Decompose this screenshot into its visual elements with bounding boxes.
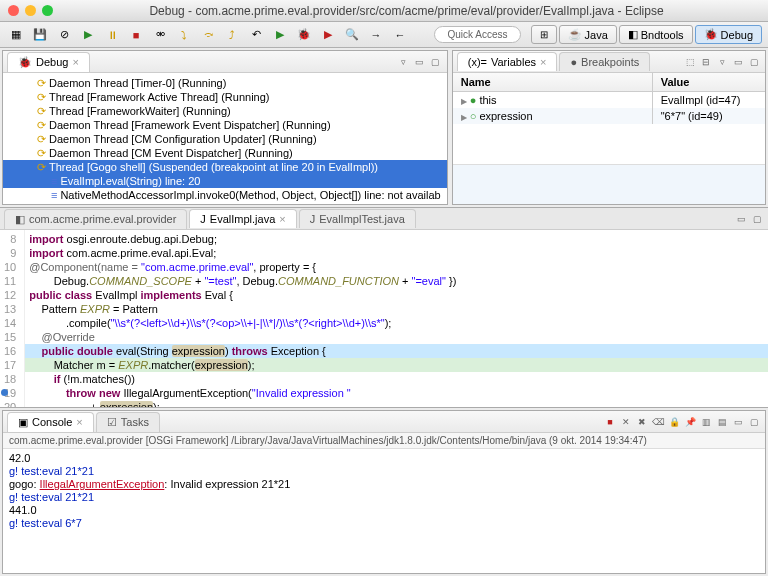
tree-label: Thread [Framework Active Thread] (Runnin…: [49, 90, 270, 104]
java-icon: ☕: [568, 28, 582, 41]
variable-row[interactable]: ▶●thisEvalImpl (id=47): [453, 92, 765, 108]
tree-label: NativeMethodAccessorImpl.invoke0(Method,…: [60, 188, 440, 202]
prev-ann-icon[interactable]: ←: [390, 25, 410, 45]
stacktrace-link[interactable]: IllegalArgumentException: [40, 478, 165, 490]
open-console-icon[interactable]: ▤: [715, 415, 729, 429]
close-window-icon[interactable]: [8, 5, 19, 16]
quick-access-input[interactable]: Quick Access: [434, 26, 520, 43]
tab-breakpoints[interactable]: ●Breakpoints: [559, 52, 650, 71]
debug-perspective-icon: 🐞: [704, 28, 718, 41]
tab-tasks[interactable]: ☑Tasks: [96, 412, 160, 432]
remove-launch-icon[interactable]: ✕: [619, 415, 633, 429]
console-tab-icon: ▣: [18, 416, 28, 429]
close-icon[interactable]: ×: [540, 56, 546, 68]
tab-console[interactable]: ▣Console×: [7, 412, 94, 432]
step-over-icon[interactable]: ⤼: [198, 25, 218, 45]
main-toolbar: ▦ 💾 ⊘ ▶ ⏸ ■ ⚮ ⤵ ⤼ ⤴ ↶ ▶ 🐞 ▶ 🔍 → ← Quick …: [0, 22, 768, 48]
save-icon[interactable]: 💾: [30, 25, 50, 45]
minimize-icon[interactable]: ▭: [731, 55, 745, 69]
debug-tree-row[interactable]: ⟳Daemon Thread [CM Event Dispatcher] (Ru…: [3, 146, 447, 160]
tree-label: Daemon Thread [Timer-0] (Running): [49, 76, 226, 90]
step-return-icon[interactable]: ⤴: [222, 25, 242, 45]
stack-frame-icon: ≡: [51, 202, 57, 204]
terminate-console-icon[interactable]: ■: [603, 415, 617, 429]
bnd-file-icon: ◧: [15, 213, 25, 226]
thread-icon: ⟳: [37, 104, 46, 118]
console-output[interactable]: 42.0g! test:eval 21*21gogo: IllegalArgum…: [3, 449, 765, 573]
debug-tab-icon: 🐞: [18, 56, 32, 69]
debug-tree-row[interactable]: ⟳Thread [Gogo shell] (Suspended (breakpo…: [3, 160, 447, 174]
show-type-icon[interactable]: ⬚: [683, 55, 697, 69]
next-ann-icon[interactable]: →: [366, 25, 386, 45]
breakpoint-marker-icon[interactable]: [1, 389, 8, 396]
editor-panel: ◧com.acme.prime.eval.provider JEvalImpl.…: [0, 208, 768, 408]
debug-tree-row[interactable]: ⟳Daemon Thread [Framework Event Dispatch…: [3, 118, 447, 132]
view-menu-icon[interactable]: ▿: [397, 55, 411, 69]
debug-tree-row[interactable]: ⟳Daemon Thread [CM Configuration Updater…: [3, 132, 447, 146]
minimize-window-icon[interactable]: [25, 5, 36, 16]
column-name-header[interactable]: Name: [453, 73, 653, 91]
instruction-pointer-icon: ➤: [1, 403, 9, 407]
drop-frame-icon[interactable]: ↶: [246, 25, 266, 45]
tree-label: Daemon Thread [CM Event Dispatcher] (Run…: [49, 146, 293, 160]
suspend-icon[interactable]: ⏸: [102, 25, 122, 45]
variables-view-panel: (x)=Variables× ●Breakpoints ⬚ ⊟ ▿ ▭ ▢ Na…: [452, 50, 766, 205]
tab-debug[interactable]: 🐞Debug×: [7, 52, 90, 72]
debug-tree-row[interactable]: ≡NativeMethodAccessorImpl.invoke0(Method…: [3, 188, 447, 202]
debug-icon[interactable]: 🐞: [294, 25, 314, 45]
maximize-icon[interactable]: ▢: [747, 415, 761, 429]
debug-tree-row[interactable]: ⟳Thread [Framework Active Thread] (Runni…: [3, 90, 447, 104]
tree-label: Thread [Gogo shell] (Suspended (breakpoi…: [49, 160, 378, 174]
open-perspective-button[interactable]: ⊞: [531, 25, 557, 44]
java-file-icon: J: [310, 213, 316, 225]
zoom-window-icon[interactable]: [42, 5, 53, 16]
variable-detail-pane[interactable]: [453, 164, 765, 204]
close-icon[interactable]: ×: [72, 56, 78, 68]
debug-tree-row[interactable]: ⟳Thread [FrameworkWaiter] (Running): [3, 104, 447, 118]
terminate-icon[interactable]: ■: [126, 25, 146, 45]
editor-tab-evalimpltest[interactable]: JEvalImplTest.java: [299, 209, 416, 228]
ext-tools-icon[interactable]: ▶: [318, 25, 338, 45]
debug-tree-row[interactable]: ⟳Daemon Thread [Timer-0] (Running): [3, 76, 447, 90]
new-icon[interactable]: ▦: [6, 25, 26, 45]
variable-row[interactable]: ▶○expression"6*7" (id=49): [453, 108, 765, 124]
editor-tab-provider[interactable]: ◧com.acme.prime.eval.provider: [4, 209, 187, 229]
collapse-icon[interactable]: ⊟: [699, 55, 713, 69]
tab-variables[interactable]: (x)=Variables×: [457, 52, 558, 71]
pin-console-icon[interactable]: 📌: [683, 415, 697, 429]
perspective-bndtools[interactable]: ◧Bndtools: [619, 25, 693, 44]
clear-console-icon[interactable]: ⌫: [651, 415, 665, 429]
view-menu-icon[interactable]: ▿: [715, 55, 729, 69]
editor-gutter[interactable]: 891011121314151617181920➤212223: [0, 230, 25, 407]
close-icon[interactable]: ×: [76, 416, 82, 428]
debug-thread-tree[interactable]: ⟳Daemon Thread [Timer-0] (Running)⟳Threa…: [3, 73, 447, 204]
perspective-debug[interactable]: 🐞Debug: [695, 25, 762, 44]
step-into-icon[interactable]: ⤵: [174, 25, 194, 45]
disconnect-icon[interactable]: ⚮: [150, 25, 170, 45]
search-icon[interactable]: 🔍: [342, 25, 362, 45]
code-editor[interactable]: 891011121314151617181920➤212223 import o…: [0, 230, 768, 407]
editor-tab-evalimpl[interactable]: JEvalImpl.java×: [189, 209, 296, 228]
skip-breakpoints-icon[interactable]: ⊘: [54, 25, 74, 45]
maximize-icon[interactable]: ▢: [429, 55, 443, 69]
tree-label: Daemon Thread [CM Configuration Updater]…: [49, 132, 317, 146]
maximize-icon[interactable]: ▢: [750, 212, 764, 226]
display-console-icon[interactable]: ▥: [699, 415, 713, 429]
thread-icon: ⟳: [37, 146, 46, 160]
perspective-java[interactable]: ☕Java: [559, 25, 617, 44]
debug-tree-row[interactable]: ≡EvalImpl.eval(String) line: 20: [3, 174, 447, 188]
resume-icon[interactable]: ▶: [78, 25, 98, 45]
minimize-icon[interactable]: ▭: [734, 212, 748, 226]
minimize-icon[interactable]: ▭: [731, 415, 745, 429]
debug-tree-row[interactable]: ≡NativeMethodAccessorImpl.invoke(Object,…: [3, 202, 447, 204]
scroll-lock-icon[interactable]: 🔒: [667, 415, 681, 429]
remove-all-icon[interactable]: ✖: [635, 415, 649, 429]
maximize-icon[interactable]: ▢: [747, 55, 761, 69]
run-icon[interactable]: ▶: [270, 25, 290, 45]
thread-icon: ⟳: [37, 118, 46, 132]
column-value-header[interactable]: Value: [653, 73, 765, 91]
window-title: Debug - com.acme.prime.eval.provider/src…: [53, 4, 760, 18]
breakpoints-tab-icon: ●: [570, 56, 577, 68]
close-icon[interactable]: ×: [279, 213, 285, 225]
minimize-icon[interactable]: ▭: [413, 55, 427, 69]
